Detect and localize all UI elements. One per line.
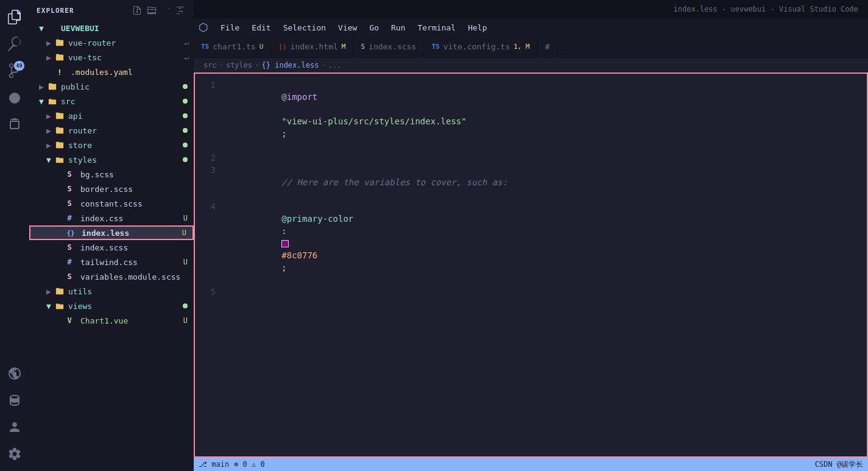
sidebar-item-constant-scss[interactable]: ▶ S constant.scss [29, 196, 194, 211]
run-debug-icon[interactable] [2, 85, 27, 110]
sidebar-item-utils[interactable]: ▶ utils [29, 284, 194, 299]
chevron-right-icon: ▶ [37, 82, 46, 91]
chevron-right-icon: ▶ [44, 286, 54, 296]
sidebar-item-modules-yaml[interactable]: ▶ ! .modules.yaml [29, 65, 194, 79]
modified-dot [183, 143, 188, 147]
modified-dot [183, 99, 188, 104]
settings-icon[interactable] [2, 442, 27, 466]
breadcrumb-styles[interactable]: styles [226, 61, 252, 69]
file-label: tailwind.css [80, 258, 138, 267]
chevron-down-icon: ▼ [37, 23, 46, 33]
root-folder[interactable]: ▼ UEVWEBUI [29, 21, 194, 35]
folder-label: api [68, 112, 82, 121]
line-content [225, 286, 867, 298]
breadcrumb-file[interactable]: {} index.less [262, 61, 319, 69]
source-control-icon[interactable]: 49 [2, 58, 27, 83]
sidebar-item-vue-router[interactable]: ▶ vue-router ↵ [29, 35, 194, 50]
breadcrumb-src[interactable]: src [203, 61, 217, 69]
refresh-icon[interactable] [161, 5, 172, 16]
extensions-icon[interactable] [2, 112, 27, 136]
color-swatch [281, 240, 289, 247]
modified-indicator: M [342, 43, 346, 51]
tab-label: # [545, 42, 550, 51]
modified-indicator: 1, M [513, 43, 530, 51]
new-folder-icon[interactable] [146, 5, 157, 16]
line-number: 2 [195, 152, 225, 164]
sidebar-item-index-scss[interactable]: ▶ S index.scss [29, 240, 194, 255]
tab-chart1-ts[interactable]: TS chart1.ts U [194, 36, 271, 57]
error-count[interactable]: ⊗ 0 ⚠ 0 [234, 460, 265, 469]
sidebar-item-index-css[interactable]: ▶ # index.css U [29, 211, 194, 225]
tab-index-html[interactable]: ⟨⟩ index.html M [271, 36, 353, 57]
sidebar-item-chart1-vue[interactable]: ▶ V Chart1.vue U [29, 313, 194, 328]
sidebar-item-styles[interactable]: ▼ styles [29, 152, 194, 167]
scss-file-icon: S [65, 199, 74, 208]
menu-help[interactable]: Help [463, 21, 492, 35]
menu-view[interactable]: View [333, 21, 362, 35]
search-icon[interactable] [2, 32, 27, 56]
file-label: index.css [80, 214, 123, 223]
new-file-icon[interactable] [132, 5, 143, 16]
folder-icon [55, 140, 65, 150]
sidebar-item-bg-scss[interactable]: ▶ S bg.scss [29, 167, 194, 182]
source-control-badge: 49 [14, 61, 24, 71]
title-text: index.less - uevwebui - Visual Studio Co… [674, 5, 858, 13]
main-editor: index.less - uevwebui - Visual Studio Co… [194, 0, 868, 471]
breadcrumb: src › styles › {} index.less › ... [194, 58, 868, 73]
line-number: 3 [195, 164, 225, 200]
collapse-all-icon[interactable] [175, 5, 186, 16]
menu-terminal[interactable]: Terminal [413, 21, 461, 35]
sidebar-item-public[interactable]: ▶ public [29, 79, 194, 94]
sidebar-item-variables-scss[interactable]: ▶ S variables.module.scss [29, 269, 194, 284]
tab-extra[interactable]: # [538, 36, 558, 57]
sidebar-item-tailwind-css[interactable]: ▶ # tailwind.css U [29, 255, 194, 269]
sidebar-item-router[interactable]: ▶ router [29, 123, 194, 138]
file-label: bg.scss [80, 170, 114, 179]
warning-icon: ! [55, 67, 65, 77]
git-branch[interactable]: ⎇ main [199, 460, 229, 469]
folder-label: public [61, 82, 90, 91]
sidebar-item-index-less[interactable]: ▶ {} index.less U [29, 225, 194, 240]
line-number: 4 [195, 200, 225, 286]
folder-label: vue-router [68, 38, 116, 48]
folder-icon [55, 111, 65, 121]
folder-open-icon [55, 301, 65, 311]
tab-vite-config[interactable]: TS vite.config.ts 1, M [424, 36, 537, 57]
line-content: @primary-color : #8c0776 ; [225, 200, 867, 286]
sidebar-item-border-scss[interactable]: ▶ S border.scss [29, 182, 194, 196]
css-file-icon: # [65, 257, 74, 267]
chevron-down-icon: ▼ [37, 96, 46, 106]
sidebar-item-views[interactable]: ▼ views [29, 299, 194, 313]
folder-icon [48, 82, 57, 91]
untracked-indicator: U [183, 258, 188, 266]
sidebar-item-store[interactable]: ▶ store [29, 138, 194, 152]
explorer-icon[interactable] [2, 5, 27, 29]
breadcrumb-more[interactable]: ... [328, 61, 342, 69]
folder-icon [55, 286, 65, 296]
breadcrumb-sep: › [255, 61, 259, 69]
line-number: 1 [195, 79, 225, 152]
folder-icon [55, 126, 65, 135]
menu-run[interactable]: Run [386, 21, 410, 35]
line-number: 5 [195, 286, 225, 298]
menu-go[interactable]: Go [364, 21, 384, 35]
sidebar-item-api[interactable]: ▶ api [29, 108, 194, 123]
remote-icon[interactable] [2, 361, 27, 386]
database-icon[interactable] [2, 388, 27, 413]
sidebar-item-src[interactable]: ▼ src [29, 94, 194, 108]
file-label: .modules.yaml [71, 68, 133, 77]
folder-open-icon [48, 96, 57, 106]
title-bar: index.less - uevwebui - Visual Studio Co… [194, 0, 868, 18]
sidebar-item-vue-tsc[interactable]: ▶ vue-tsc ↵ [29, 50, 194, 65]
accounts-icon[interactable] [2, 415, 27, 439]
menu-selection[interactable]: Selection [278, 21, 331, 35]
editor-line: 2 [195, 152, 867, 164]
modified-dot [183, 303, 188, 308]
tab-bar: TS chart1.ts U ⟨⟩ index.html M S index.s… [194, 37, 868, 58]
folder-label: utils [68, 287, 92, 296]
menu-edit[interactable]: Edit [247, 21, 275, 35]
menu-file[interactable]: File [216, 21, 244, 35]
editor-content[interactable]: 1 @import "view-ui-plus/src/styles/index… [194, 73, 868, 458]
tab-label: chart1.ts [213, 42, 255, 51]
tab-index-scss[interactable]: S index.scss [353, 36, 424, 57]
